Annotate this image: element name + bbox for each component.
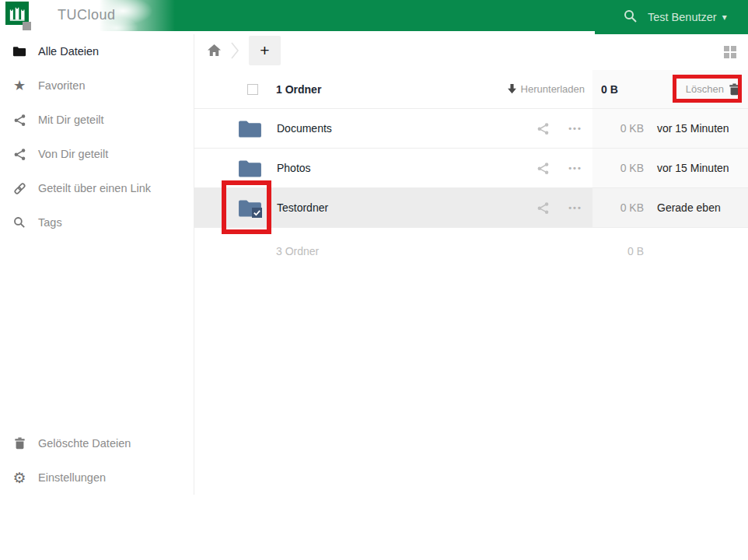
sidebar-item-label: Favoriten — [38, 79, 85, 92]
table-row[interactable]: Photos ••• 0 KB vor 15 Minuten — [194, 149, 748, 188]
file-list-summary: 3 Ordner 0 B — [194, 234, 748, 268]
breadcrumb-bar: + — [194, 34, 748, 70]
trash-icon — [14, 437, 26, 450]
files-app-content: + 1 Ordner Herunterladen 0 B Löschen — [194, 34, 748, 495]
selection-header-row: 1 Ordner Herunterladen 0 B Löschen — [194, 70, 748, 109]
logo-accent-square — [23, 22, 31, 30]
sidebar-item-all-files[interactable]: Alle Dateien — [0, 34, 194, 68]
sidebar-item-label: Von Dir geteilt — [38, 148, 108, 160]
sidebar-item-deleted-files[interactable]: Gelöschte Dateien — [0, 426, 194, 460]
chevron-down-icon: ▾ — [722, 12, 727, 23]
file-size: 0 KB — [592, 201, 644, 214]
share-icon[interactable] — [537, 162, 550, 175]
header-user-area: Test Benutzer ▾ — [595, 0, 748, 34]
sidebar-item-label: Gelöschte Dateien — [38, 437, 131, 450]
file-name: Documents — [277, 122, 527, 135]
summary-folders: 3 Ordner — [276, 245, 319, 257]
file-modified: vor 15 Minuten — [644, 162, 748, 174]
table-row[interactable]: Testordner ••• 0 KB Gerade eben — [194, 188, 748, 228]
download-button[interactable]: Herunterladen — [507, 83, 585, 95]
sidebar-item-favorites[interactable]: ★ Favoriten — [0, 68, 194, 103]
sidebar-item-shared-by-link[interactable]: Geteilt über einen Link — [0, 171, 194, 205]
sidebar-item-label: Einstellungen — [38, 471, 106, 484]
folder-icon — [238, 159, 262, 178]
file-size: 0 KB — [592, 122, 644, 135]
share-icon[interactable] — [537, 201, 550, 215]
share-icon — [13, 148, 26, 161]
selected-check-icon — [252, 208, 262, 218]
user-name: Test Benutzer — [648, 11, 717, 23]
select-all-checkbox[interactable] — [247, 84, 258, 95]
sidebar-item-label: Geteilt über einen Link — [38, 182, 151, 194]
star-icon: ★ — [13, 79, 26, 93]
search-icon — [13, 216, 26, 229]
sidebar-item-shared-with-you[interactable]: Mit Dir geteilt — [0, 103, 194, 137]
file-size: 0 KB — [592, 162, 644, 174]
download-label: Herunterladen — [521, 83, 585, 95]
folder-icon — [238, 119, 262, 138]
download-icon — [507, 84, 517, 94]
table-row[interactable]: Documents ••• 0 KB vor 15 Minuten — [194, 109, 748, 149]
sidebar-item-label: Mit Dir geteilt — [38, 114, 104, 126]
breadcrumb-chevron-icon — [230, 40, 239, 61]
more-actions-icon[interactable]: ••• — [558, 163, 592, 173]
search-icon[interactable] — [624, 9, 638, 23]
link-icon — [13, 182, 26, 195]
file-name: Testordner — [277, 201, 527, 214]
selected-count: 1 Ordner — [276, 83, 321, 96]
app-navigation: Alle Dateien ★ Favoriten Mit Dir geteilt… — [0, 34, 194, 495]
sidebar-item-shared-by-you[interactable]: Von Dir geteilt — [0, 137, 194, 171]
delete-button[interactable]: Löschen — [686, 83, 748, 96]
more-actions-icon[interactable]: ••• — [558, 124, 592, 133]
sidebar-item-tags[interactable]: Tags — [0, 205, 194, 240]
file-modified: vor 15 Minuten — [644, 122, 748, 135]
gear-icon: ⚙ — [12, 471, 26, 485]
sidebar-item-label: Tags — [38, 216, 62, 229]
share-icon — [13, 114, 26, 127]
grid-view-toggle-icon[interactable] — [724, 46, 736, 58]
user-menu[interactable]: Test Benutzer ▾ — [648, 0, 727, 34]
selection-total-size: 0 B — [592, 83, 618, 96]
summary-size: 0 B — [592, 245, 644, 257]
sidebar-bottom-items: Gelöschte Dateien ⚙ Einstellungen — [0, 426, 194, 495]
header-bar: TUCloud — [0, 0, 595, 31]
file-list: Documents ••• 0 KB vor 15 Minuten Photos — [194, 109, 748, 228]
more-actions-icon[interactable]: ••• — [558, 203, 592, 212]
delete-label: Löschen — [686, 83, 724, 95]
app-title: TUCloud — [58, 7, 116, 23]
trash-icon — [729, 83, 740, 96]
home-icon[interactable] — [208, 44, 221, 56]
new-file-button[interactable]: + — [249, 36, 281, 65]
sidebar-item-label: Alle Dateien — [38, 45, 99, 58]
folder-icon — [12, 46, 26, 57]
sidebar-item-settings[interactable]: ⚙ Einstellungen — [0, 460, 194, 495]
file-name: Photos — [277, 162, 527, 174]
file-modified: Gerade eben — [644, 201, 748, 214]
castle-emblem-icon — [9, 5, 26, 22]
sidebar-main-items: Alle Dateien ★ Favoriten Mit Dir geteilt… — [0, 34, 194, 240]
share-icon[interactable] — [537, 122, 550, 135]
